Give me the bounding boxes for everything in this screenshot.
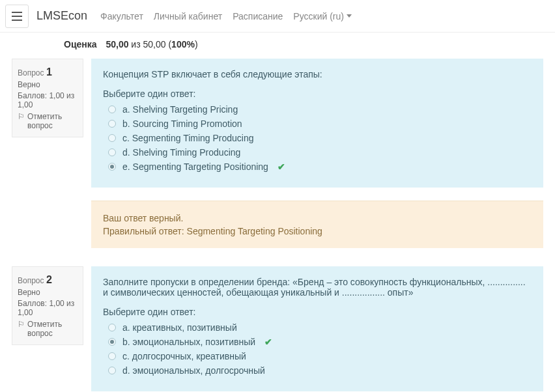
nav-link-faculty[interactable]: Факультет: [100, 11, 143, 21]
flag-question-link[interactable]: ⚐ Отметить вопрос: [18, 320, 78, 338]
answer-text: d. эмоциональных, долгосрочный: [122, 365, 265, 376]
question-marks: Баллов: 1,00 из 1,00: [18, 91, 78, 109]
answer-text: a. Shelving Targeting Pricing: [122, 104, 238, 115]
grade-out: из 50,00: [131, 39, 165, 49]
question-state: Верно: [18, 80, 78, 89]
question-label: Вопрос: [18, 68, 44, 77]
grade-label: Оценка: [64, 39, 97, 49]
answer-option-c[interactable]: c. Segmenting Timing Producing: [108, 133, 532, 143]
flag-text: Отметить вопрос: [27, 320, 78, 338]
answer-option-d[interactable]: d. Shelving Timing Producing: [108, 147, 532, 158]
answer-text: b. Sourcing Timing Promotion: [122, 119, 242, 129]
answer-option-a[interactable]: a. креативных, позитивный: [108, 322, 532, 333]
question-body: Заполните пропуски в определении бренда:…: [91, 266, 543, 391]
radio-icon: [108, 352, 116, 360]
question-text: Концепция STP включает в себя следующие …: [103, 69, 532, 79]
radio-icon: [108, 120, 116, 128]
question-info: Вопрос 2 Верно Баллов: 1,00 из 1,00 ⚐ От…: [12, 266, 83, 345]
question-number: 2: [46, 274, 52, 285]
radio-icon: [108, 134, 116, 142]
check-icon: ✔: [264, 337, 272, 347]
nav-link-cabinet[interactable]: Личный кабинет: [154, 11, 222, 21]
radio-icon: [108, 148, 116, 156]
question-info: Вопрос 1 Верно Баллов: 1,00 из 1,00 ⚐ От…: [12, 59, 83, 137]
grade-summary: Оценка 50,00 из 50,00 (100%): [0, 33, 555, 59]
question-body: Концепция STP включает в себя следующие …: [91, 59, 543, 248]
question-1: Вопрос 1 Верно Баллов: 1,00 из 1,00 ⚐ От…: [0, 59, 555, 248]
answer-option-c[interactable]: c. долгосрочных, креативный: [108, 351, 532, 361]
answer-option-a[interactable]: a. Shelving Targeting Pricing: [108, 104, 532, 115]
navbar: LMSEcon Факультет Личный кабинет Расписа…: [0, 0, 555, 33]
radio-icon: [108, 367, 116, 374]
answer-option-d[interactable]: d. эмоциональных, долгосрочный: [108, 365, 532, 376]
answer-option-e[interactable]: e. Segmenting Targeting Positioning✔: [108, 161, 532, 172]
answer-text: d. Shelving Timing Producing: [122, 147, 240, 158]
chevron-down-icon: [347, 14, 352, 18]
question-marks: Баллов: 1,00 из 1,00: [18, 299, 78, 317]
menu-toggle-button[interactable]: [5, 5, 29, 28]
answer-text: c. Segmenting Timing Producing: [122, 133, 254, 143]
radio-icon: [108, 338, 116, 346]
answer-option-b[interactable]: b. эмоциональных, позитивный✔: [108, 337, 532, 347]
question-number: 1: [46, 66, 52, 77]
radio-icon: [108, 324, 116, 331]
answer-prompt: Выберите один ответ:: [103, 307, 532, 317]
hamburger-icon: [12, 12, 22, 21]
flag-icon: ⚐: [18, 112, 25, 121]
check-icon: ✔: [278, 161, 285, 172]
question-2: Вопрос 2 Верно Баллов: 1,00 из 1,00 ⚐ От…: [0, 266, 555, 391]
radio-icon: [108, 163, 116, 171]
question-text: Заполните пропуски в определении бренда:…: [103, 277, 532, 298]
answer-option-b[interactable]: b. Sourcing Timing Promotion: [108, 119, 532, 129]
brand[interactable]: LMSEcon: [36, 9, 87, 23]
answer-text: c. долгосрочных, креативный: [122, 351, 246, 361]
grade-score: 50,00: [106, 39, 128, 49]
language-label: Русский (ru): [293, 11, 344, 21]
question-feedback: Ваш ответ верный. Правильный ответ: Segm…: [91, 201, 543, 248]
radio-icon: [108, 105, 116, 113]
answer-text: a. креативных, позитивный: [122, 322, 237, 333]
feedback-line: Ваш ответ верный.: [103, 213, 532, 223]
question-formulation: Концепция STP включает в себя следующие …: [91, 59, 543, 188]
flag-question-link[interactable]: ⚐ Отметить вопрос: [18, 112, 78, 130]
grade-pct: 100%: [171, 39, 195, 49]
question-state: Верно: [18, 288, 78, 297]
answer-text: b. эмоциональных, позитивный: [122, 337, 255, 347]
nav-link-schedule[interactable]: Расписание: [233, 11, 283, 21]
correct-answer-line: Правильный ответ: Segmenting Targeting P…: [103, 226, 532, 236]
answer-text: e. Segmenting Targeting Positioning: [122, 161, 268, 172]
flag-icon: ⚐: [18, 320, 25, 329]
flag-text: Отметить вопрос: [27, 112, 78, 130]
question-formulation: Заполните пропуски в определении бренда:…: [91, 266, 543, 391]
language-dropdown[interactable]: Русский (ru): [293, 11, 352, 21]
question-label: Вопрос: [18, 276, 44, 285]
answer-prompt: Выберите один ответ:: [103, 89, 532, 99]
